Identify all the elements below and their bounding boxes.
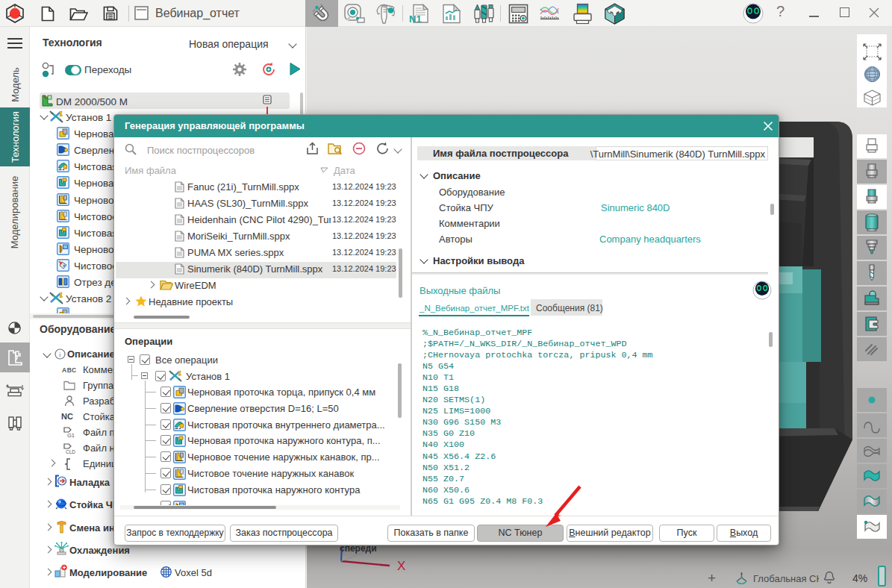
svg-text:X: X bbox=[397, 559, 405, 572]
svg-text:G1: G1 bbox=[67, 432, 75, 439]
svg-text:CLD: CLD bbox=[66, 449, 75, 454]
svg-text:N1: N1 bbox=[409, 13, 422, 24]
svg-text:i: i bbox=[59, 351, 61, 358]
